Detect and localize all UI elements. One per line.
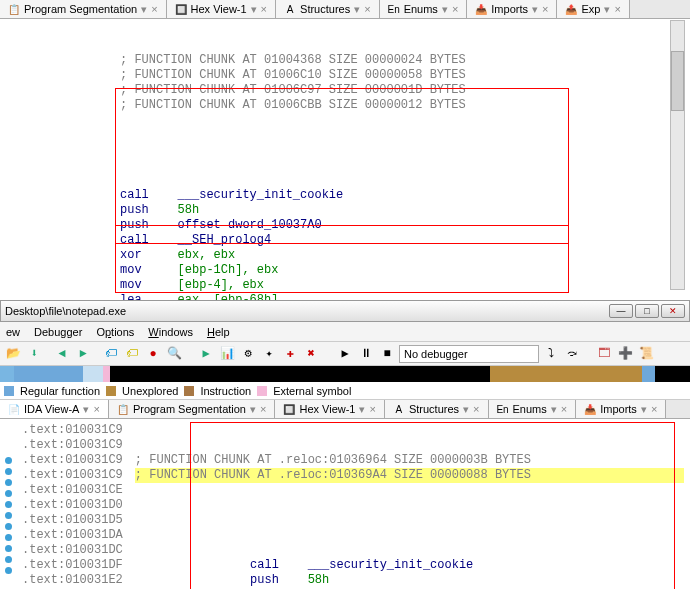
scroll-thumb[interactable] bbox=[671, 51, 684, 111]
menu-options[interactable]: Options bbox=[96, 326, 134, 338]
dropdown-icon[interactable]: ▾ bbox=[532, 3, 538, 16]
debug-run-icon[interactable]: ▶ bbox=[197, 345, 215, 363]
tab-structures-b[interactable]: AStructures ▾ × bbox=[385, 400, 489, 418]
menu-help[interactable]: Help bbox=[207, 326, 230, 338]
tab-program-segmentation-b[interactable]: 📋Program Segmentation ▾ × bbox=[109, 400, 276, 418]
dropdown-icon[interactable]: ▾ bbox=[250, 403, 256, 416]
dropdown-icon[interactable]: ▾ bbox=[83, 403, 89, 416]
chart-icon[interactable]: 📊 bbox=[218, 345, 236, 363]
menu-ew[interactable]: ew bbox=[6, 326, 20, 338]
tab-label: Imports bbox=[600, 403, 637, 415]
star-icon[interactable]: ✦ bbox=[260, 345, 278, 363]
close-tab-icon[interactable]: × bbox=[542, 3, 548, 15]
scrollbar-vertical[interactable] bbox=[670, 20, 685, 290]
close-tab-icon[interactable]: × bbox=[364, 3, 370, 15]
tab-glyph-icon: En bbox=[388, 3, 400, 15]
stop-record-icon[interactable]: ● bbox=[144, 345, 162, 363]
breakpoint-dot[interactable] bbox=[5, 545, 12, 552]
tab-program-segmentation[interactable]: 📋Program Segmentation ▾ × bbox=[0, 0, 167, 18]
marker-blue-icon[interactable]: 🏷 bbox=[102, 345, 120, 363]
gear-icon[interactable]: ⚙ bbox=[239, 345, 257, 363]
close-button[interactable]: ✕ bbox=[661, 304, 685, 318]
close-tab-icon[interactable]: × bbox=[452, 3, 458, 15]
breakpoint-dot[interactable] bbox=[5, 490, 12, 497]
menu-bar: ewDebuggerOptionsWindowsHelp bbox=[0, 322, 690, 342]
tab-label: Hex View-1 bbox=[191, 3, 247, 15]
window-icon[interactable]: 🗔 bbox=[595, 345, 613, 363]
step-into-icon[interactable]: ⤵ bbox=[542, 345, 560, 363]
dropdown-icon[interactable]: ▾ bbox=[604, 3, 610, 16]
dropdown-icon[interactable]: ▾ bbox=[641, 403, 647, 416]
add-watch-icon[interactable]: ➕ bbox=[616, 345, 634, 363]
legend: Regular functionUnexploredInstructionExt… bbox=[0, 382, 690, 400]
back-icon[interactable]: ◄ bbox=[53, 345, 71, 363]
tab-hex-view-b[interactable]: 🔲Hex View-1 ▾ × bbox=[275, 400, 384, 418]
breakpoint-dot[interactable] bbox=[5, 512, 12, 519]
close-tab-icon[interactable]: × bbox=[614, 3, 620, 15]
breakpoint-dot[interactable] bbox=[5, 523, 12, 530]
close-tab-icon[interactable]: × bbox=[561, 403, 567, 415]
stop-icon[interactable]: ■ bbox=[378, 345, 396, 363]
step-over-icon[interactable]: ⤼ bbox=[563, 345, 581, 363]
breakpoint-dot[interactable] bbox=[5, 556, 12, 563]
nav-bar[interactable] bbox=[0, 366, 690, 382]
tab-label: Program Segmentation bbox=[133, 403, 246, 415]
dropdown-icon[interactable]: ▾ bbox=[141, 3, 147, 16]
menu-windows[interactable]: Windows bbox=[148, 326, 193, 338]
tab-glyph-icon: A bbox=[284, 3, 296, 15]
dropdown-icon[interactable]: ▾ bbox=[354, 3, 360, 16]
fwd-icon[interactable]: ► bbox=[74, 345, 92, 363]
pause-icon[interactable]: ⏸ bbox=[357, 345, 375, 363]
breakpoint-dot[interactable] bbox=[5, 457, 12, 464]
legend-swatch bbox=[257, 386, 267, 396]
dropdown-icon[interactable]: ▾ bbox=[359, 403, 365, 416]
title-path: Desktop\file\notepad.exe bbox=[5, 305, 126, 317]
tab-imports[interactable]: 📥Imports ▾ × bbox=[467, 0, 557, 18]
menu-debugger[interactable]: Debugger bbox=[34, 326, 82, 338]
window-title-bar[interactable]: Desktop\file\notepad.exe — □ ✕ bbox=[0, 300, 690, 322]
marker-yellow-icon[interactable]: 🏷 bbox=[123, 345, 141, 363]
top-tab-bar: 📋Program Segmentation ▾ ×🔲Hex View-1 ▾ ×… bbox=[0, 0, 690, 19]
dropdown-icon[interactable]: ▾ bbox=[251, 3, 257, 16]
tab-label: Exp bbox=[581, 3, 600, 15]
breakpoint-dot[interactable] bbox=[5, 479, 12, 486]
tab-imports-b[interactable]: 📥Imports ▾ × bbox=[576, 400, 666, 418]
close-tab-icon[interactable]: × bbox=[651, 403, 657, 415]
close-tab-icon[interactable]: × bbox=[369, 403, 375, 415]
cancel-icon[interactable]: ✖ bbox=[302, 345, 320, 363]
tab-enums-b[interactable]: EnEnums ▾ × bbox=[489, 400, 577, 418]
add-icon[interactable]: ✚ bbox=[281, 345, 299, 363]
maximize-button[interactable]: □ bbox=[635, 304, 659, 318]
close-tab-icon[interactable]: × bbox=[93, 403, 99, 415]
search-icon[interactable]: 🔍 bbox=[165, 345, 183, 363]
script-icon[interactable]: 📜 bbox=[637, 345, 655, 363]
tab-exports[interactable]: 📤Exp ▾ × bbox=[557, 0, 629, 18]
tab-structures[interactable]: AStructures ▾ × bbox=[276, 0, 380, 18]
tab-glyph-icon: 📥 bbox=[584, 403, 596, 415]
legend-label: Unexplored bbox=[122, 385, 178, 397]
tab-label: Structures bbox=[409, 403, 459, 415]
save-icon[interactable]: ⬇ bbox=[25, 345, 43, 363]
tab-label: Hex View-1 bbox=[299, 403, 355, 415]
tab-enums[interactable]: EnEnums ▾ × bbox=[380, 0, 468, 18]
dropdown-icon[interactable]: ▾ bbox=[463, 403, 469, 416]
dropdown-icon[interactable]: ▾ bbox=[442, 3, 448, 16]
breakpoint-dot[interactable] bbox=[5, 468, 12, 475]
play-icon[interactable]: ▶ bbox=[336, 345, 354, 363]
tab-hex-view[interactable]: 🔲Hex View-1 ▾ × bbox=[167, 0, 276, 18]
tab-label: Imports bbox=[491, 3, 528, 15]
breakpoint-dot[interactable] bbox=[5, 534, 12, 541]
close-tab-icon[interactable]: × bbox=[260, 403, 266, 415]
tab-ida-view-a[interactable]: 📄IDA View-A ▾ × bbox=[0, 400, 109, 418]
close-tab-icon[interactable]: × bbox=[261, 3, 267, 15]
minimize-button[interactable]: — bbox=[609, 304, 633, 318]
close-tab-icon[interactable]: × bbox=[473, 403, 479, 415]
dropdown-icon[interactable]: ▾ bbox=[551, 403, 557, 416]
tab-glyph-icon: 📄 bbox=[8, 403, 20, 415]
breakpoint-dot[interactable] bbox=[5, 501, 12, 508]
tab-glyph-icon: 📋 bbox=[8, 3, 20, 15]
close-tab-icon[interactable]: × bbox=[151, 3, 157, 15]
open-icon[interactable]: 📂 bbox=[4, 345, 22, 363]
debugger-select[interactable] bbox=[399, 345, 539, 363]
breakpoint-dot[interactable] bbox=[5, 567, 12, 574]
